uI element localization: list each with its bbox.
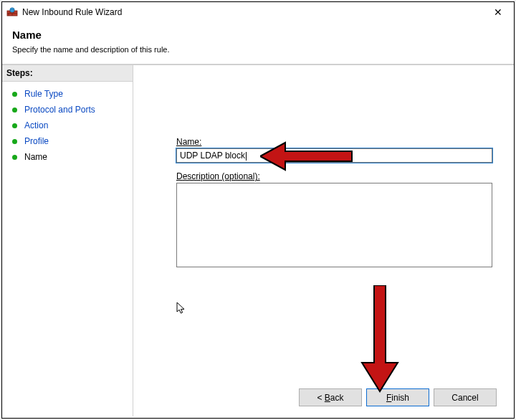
name-input[interactable]: UDP LDAP block: [176, 148, 492, 163]
step-label: Rule Type: [24, 89, 63, 99]
step-label: Action: [24, 120, 48, 130]
close-button[interactable]: ✕: [482, 2, 514, 22]
bullet-icon: [12, 123, 17, 128]
bullet-icon: [12, 155, 17, 160]
text-caret: [246, 152, 247, 161]
description-field-block: Description (optional):: [176, 171, 492, 269]
window-title: New Inbound Rule Wizard: [22, 7, 482, 17]
back-label: < Back: [317, 393, 343, 403]
steps-heading: Steps:: [2, 65, 133, 82]
mouse-cursor-icon: [176, 302, 188, 318]
wizard-header: Name Specify the name and description of…: [2, 22, 514, 65]
step-profile[interactable]: Profile: [4, 133, 131, 149]
page-subtitle: Specify the name and description of this…: [12, 45, 504, 54]
description-input[interactable]: [176, 183, 492, 267]
description-label: Description (optional):: [176, 171, 492, 181]
cancel-label: Cancel: [452, 393, 478, 403]
step-name: Name: [4, 149, 131, 165]
cancel-button[interactable]: Cancel: [434, 388, 497, 406]
wizard-window: New Inbound Rule Wizard ✕ Name Specify t…: [1, 1, 515, 419]
close-icon: ✕: [494, 6, 502, 18]
name-value: UDP LDAP block: [180, 151, 245, 161]
titlebar: New Inbound Rule Wizard ✕: [2, 2, 514, 22]
step-action[interactable]: Action: [4, 118, 131, 133]
name-label: Name:: [176, 137, 492, 147]
wizard-body: Steps: Rule Type Protocol and Ports Acti…: [2, 65, 514, 416]
bullet-icon: [12, 92, 17, 97]
steps-sidebar: Steps: Rule Type Protocol and Ports Acti…: [2, 65, 133, 416]
step-label: Profile: [24, 136, 49, 146]
step-label: Name: [24, 152, 47, 162]
step-label: Protocol and Ports: [24, 105, 95, 115]
bullet-icon: [12, 139, 17, 144]
button-bar: < Back Finish Cancel: [299, 388, 497, 406]
firewall-icon: [6, 6, 18, 18]
name-field-block: Name: UDP LDAP block: [176, 137, 492, 163]
page-title: Name: [12, 29, 504, 41]
step-protocol-ports[interactable]: Protocol and Ports: [4, 102, 131, 118]
step-rule-type[interactable]: Rule Type: [4, 86, 131, 102]
steps-list: Rule Type Protocol and Ports Action Prof…: [2, 82, 133, 169]
finish-button[interactable]: Finish: [366, 388, 429, 406]
finish-label: Finish: [386, 393, 409, 403]
wizard-main: Name: UDP LDAP block Description (option…: [133, 65, 514, 416]
back-button[interactable]: < Back: [299, 388, 362, 406]
bullet-icon: [12, 108, 17, 113]
